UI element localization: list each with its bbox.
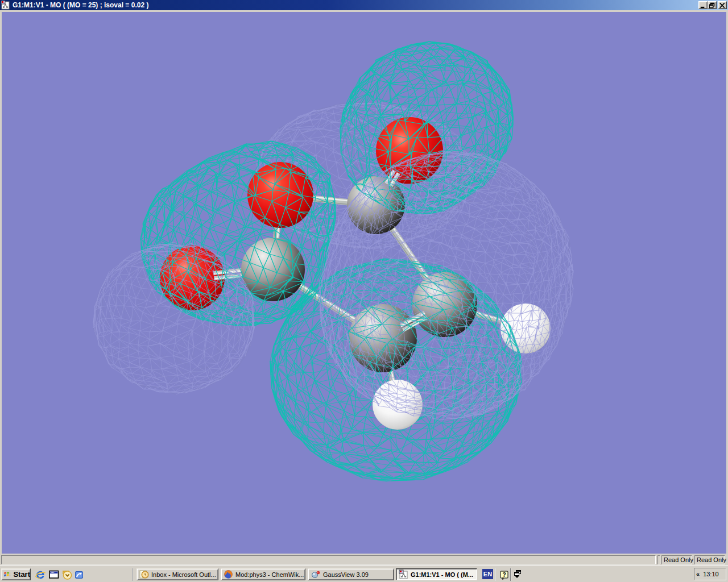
svg-text:?: ?: [502, 572, 506, 578]
